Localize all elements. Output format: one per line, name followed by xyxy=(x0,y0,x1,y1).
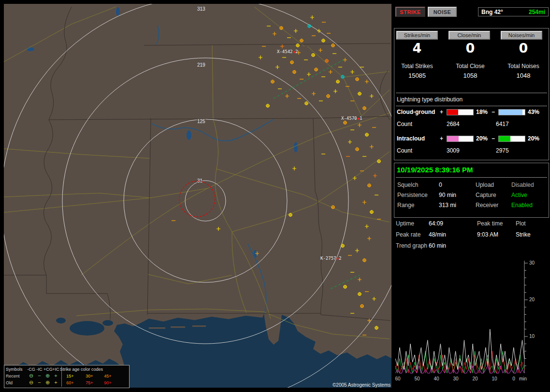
barrier-island xyxy=(171,326,185,328)
persistence-value: 90 min xyxy=(439,192,476,198)
status-box: 10/19/2025 8:39:16 PM Squelch 0 Upload D… xyxy=(394,163,549,218)
legend-symbol-glyph: ⊖ xyxy=(27,373,35,379)
legend-row-label: Old xyxy=(6,379,27,386)
ring-label: 219 xyxy=(197,62,205,68)
storm-cell-label: K-2757▪2 xyxy=(320,256,341,261)
lake xyxy=(56,318,66,323)
range-value: 313 mi xyxy=(439,202,476,209)
ic-plus-count: 3009 xyxy=(447,147,496,154)
legend-column-header: -IC xyxy=(35,366,43,373)
storm-cell-label: X-4570▪1 xyxy=(341,116,362,121)
plus-sign: + xyxy=(440,135,447,142)
lightning-map[interactable]: 31321912531 X-4542▪2X-4570▪1K-2757▪2 xyxy=(4,4,391,388)
cloud-ground-count-row: Count 2684 6417 xyxy=(397,121,548,127)
lake xyxy=(294,142,298,153)
copyright-text: ©2005 Astrogenic Systems xyxy=(333,382,391,388)
uptime-value: 64:09 xyxy=(429,220,477,227)
close-per-min-value: 0 xyxy=(448,41,493,56)
legend-grid: Symbols-CG-IC+CG+ICStrike age color code… xyxy=(4,365,129,387)
cg-plus-count: 2684 xyxy=(447,121,496,127)
legend-divider xyxy=(61,366,62,387)
trend-y-label: 20 xyxy=(529,297,535,302)
map-panel[interactable]: 31321912531 X-4542▪2X-4570▪1K-2757▪2 Sym… xyxy=(4,4,391,388)
separator xyxy=(396,93,547,93)
trend-x-label: 30 xyxy=(453,376,459,381)
ic-minus-pct: 20% xyxy=(528,135,543,142)
trend-x-label: 60 xyxy=(395,376,401,381)
view-toolbar: STRIKE NOISE Bng 42° 254mi xyxy=(394,7,550,17)
trend-x-label: 10 xyxy=(492,376,497,381)
separator xyxy=(396,177,547,178)
cg-plus-pct: 18% xyxy=(476,109,492,115)
legend-symbols-title: Symbols xyxy=(6,366,27,373)
datetime-display: 10/19/2025 8:39:16 PM xyxy=(397,166,473,174)
ic-minus-bar-fill xyxy=(499,136,510,141)
map-legend: Symbols-CG-IC+CG+ICStrike age color code… xyxy=(4,365,130,388)
sidebar: STRIKE NOISE Bng 42° 254mi Strikes/min C… xyxy=(394,0,550,392)
total-close-label: Total Close xyxy=(448,63,493,70)
legend-age-code: 30+ xyxy=(80,373,99,379)
trend-x-unit: min xyxy=(519,376,527,381)
receiver-value: Enabled xyxy=(511,202,548,209)
barrier-island xyxy=(149,327,165,329)
ring-label: 125 xyxy=(197,119,205,124)
trend-graph: 1020306050403020100min xyxy=(395,260,549,385)
total-noises-value: 1048 xyxy=(501,72,546,79)
lake-pontchartrain xyxy=(70,321,104,336)
peak-rate-value: 48/min xyxy=(429,231,477,238)
peak-time-label: Peak time xyxy=(477,220,516,227)
legend-age-code: 15+ xyxy=(60,373,80,379)
strike-view-button[interactable]: STRIKE xyxy=(395,7,425,17)
legend-age-title: Strike age color codes xyxy=(60,366,117,373)
ring-label: 313 xyxy=(197,6,205,12)
legend-row-label: Recent xyxy=(6,373,27,379)
legend-age-code: 60+ xyxy=(60,379,80,386)
trend-graph-value: 60 min xyxy=(429,242,477,249)
persistence-label: Persistence xyxy=(397,192,439,198)
legend-symbol-glyph: + xyxy=(52,373,60,379)
legend-column-header: +IC xyxy=(52,366,60,373)
cg-minus-bar-fill xyxy=(499,110,522,115)
legend-symbol-glyph: ⊕ xyxy=(43,373,52,379)
legend-symbol-glyph: − xyxy=(35,373,43,379)
peak-rate-label: Peak rate xyxy=(396,231,429,238)
distance-value: 254mi xyxy=(529,9,545,15)
ic-plus-bar xyxy=(447,136,474,142)
lake xyxy=(27,47,34,51)
settings-grid: Squelch 0 Upload Disabled Persistence 90… xyxy=(397,182,548,209)
cg-plus-bar-fill xyxy=(447,110,458,115)
plot-label: Plot xyxy=(516,220,548,227)
plot-value: Strike xyxy=(516,231,548,238)
close-per-min-button[interactable]: Close/min xyxy=(449,31,490,40)
bearing-value: Bng 42° xyxy=(481,9,503,15)
total-strikes-label: Total Strikes xyxy=(394,63,440,70)
cg-minus-pct: 43% xyxy=(528,109,543,115)
total-close-value: 1058 xyxy=(448,72,493,79)
legend-symbol-glyph: ⊕ xyxy=(43,379,52,386)
trend-x-label: 50 xyxy=(414,376,420,381)
intracloud-row: Intracloud + 20% − 20% xyxy=(397,135,548,142)
trend-y-label: 10 xyxy=(529,334,535,339)
lake xyxy=(116,7,120,16)
cg-plus-bar xyxy=(447,109,474,115)
legend-symbol-glyph: + xyxy=(52,379,60,386)
barrier-island xyxy=(192,325,206,327)
trend-series-white xyxy=(395,329,524,370)
trend-y-label: 30 xyxy=(529,260,535,266)
strikes-per-min-button[interactable]: Strikes/min xyxy=(396,31,438,40)
range-label: Range xyxy=(397,202,439,209)
statistics-box: Strikes/min Close/min Noises/min 4 0 0 T… xyxy=(394,28,549,160)
noises-per-min-value: 0 xyxy=(501,41,546,56)
trend-graph-label: Trend graph xyxy=(396,242,429,249)
noises-per-min-button[interactable]: Noises/min xyxy=(501,31,542,40)
trend-x-label: 40 xyxy=(434,376,439,381)
uptime-label: Uptime xyxy=(396,220,429,227)
upload-label: Upload xyxy=(476,182,511,188)
receiver-label: Receiver xyxy=(476,202,511,209)
distribution-title: Lightning type distribution xyxy=(397,96,463,103)
capture-value: Active xyxy=(511,192,548,198)
ic-plus-pct: 20% xyxy=(476,135,492,142)
total-noises-label: Total Noises xyxy=(501,63,546,70)
intracloud-label: Intracloud xyxy=(397,135,440,142)
noise-view-button[interactable]: NOISE xyxy=(428,7,457,17)
